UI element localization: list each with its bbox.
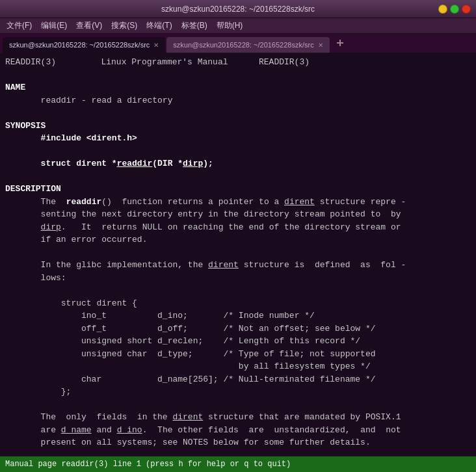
close-button[interactable] [462, 5, 471, 14]
menu-file[interactable]: 文件(F) [3, 19, 36, 33]
struct-line: struct dirent *readdir(DIR *dirp); [41, 159, 213, 168]
menu-view[interactable]: 查看(V) [72, 19, 106, 33]
section-synopsis-title: SYNOPSIS [5, 121, 46, 131]
menu-search[interactable]: 搜索(S) [107, 19, 141, 33]
maximize-button[interactable] [450, 5, 459, 14]
tab-1[interactable]: szkun@szkun20165228: ~/20165228szk/src ✕ [3, 37, 165, 53]
terminal-content: READDIR(3)Linux Programmer's ManualREADD… [0, 53, 476, 456]
name-content: readdir - read a directory [41, 96, 173, 105]
minimize-button[interactable] [438, 5, 447, 14]
section-description-title: DESCRIPTION [5, 184, 61, 194]
tab-1-label: szkun@szkun20165228: ~/20165228szk/src [9, 41, 150, 49]
menu-help[interactable]: 帮助(H) [213, 19, 247, 33]
tab-1-close[interactable]: ✕ [153, 42, 159, 49]
window-title: szkun@szkun20165228: ~/20165228szk/src [38, 5, 438, 14]
svg-rect-1 [339, 40, 341, 46]
menu-edit[interactable]: 编辑(E) [37, 19, 71, 33]
man-page-content: READDIR(3)Linux Programmer's ManualREADD… [5, 56, 471, 456]
new-tab-button[interactable] [331, 38, 349, 51]
include-line: #include <dirent.h> [41, 133, 137, 143]
tab-2[interactable]: szkun@szkun20165228: ~/20165228szk/src ✕ [166, 37, 329, 53]
menu-bar: 文件(F) 编辑(E) 查看(V) 搜索(S) 终端(T) 标签(B) 帮助(H… [0, 18, 476, 34]
tab-2-close[interactable]: ✕ [318, 42, 323, 49]
menu-terminal[interactable]: 终端(T) [142, 19, 176, 33]
title-bar: szkun@szkun20165228: ~/20165228szk/src [0, 0, 476, 18]
menu-tabs[interactable]: 标签(B) [178, 19, 211, 33]
man-header: READDIR(3)Linux Programmer's ManualREADD… [5, 57, 310, 67]
window-controls[interactable] [438, 5, 471, 14]
status-bar: Manual page readdir(3) line 1 (press h f… [0, 456, 476, 472]
tab-2-label: szkun@szkun20165228: ~/20165228szk/src [173, 41, 313, 49]
status-text: Manual page readdir(3) line 1 (press h f… [5, 460, 291, 469]
tab-bar: szkun@szkun20165228: ~/20165228szk/src ✕… [0, 34, 476, 53]
section-name-title: NAME [5, 83, 25, 92]
